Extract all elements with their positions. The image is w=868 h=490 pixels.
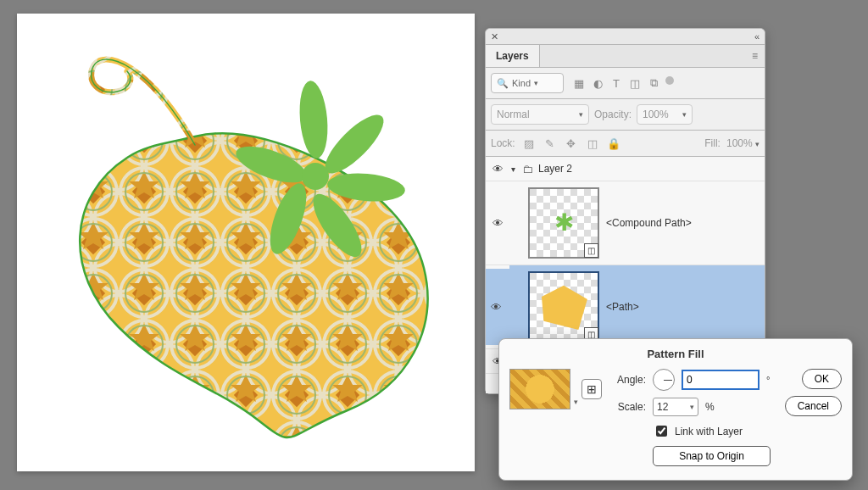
- chevron-down-icon: ▾: [690, 403, 694, 411]
- link-with-layer-checkbox[interactable]: [656, 426, 667, 437]
- swatch-dropdown-icon[interactable]: ▾: [574, 369, 578, 406]
- lock-brush-icon[interactable]: ✎: [542, 136, 558, 151]
- layer-item-row: 👁 ✱ ◫ <Compound Path>: [486, 181, 765, 265]
- angle-label: Angle:: [610, 374, 646, 386]
- scale-unit: %: [705, 401, 715, 413]
- opacity-label: Opacity:: [594, 109, 632, 120]
- layer-thumbnail: ✱ ◫: [528, 187, 599, 259]
- angle-row: Angle: °: [610, 369, 771, 391]
- layer-group-name: Layer 2: [538, 163, 572, 175]
- shape-filter-icon[interactable]: ◫: [628, 76, 642, 90]
- panel-collapse-icon[interactable]: «: [754, 31, 760, 42]
- scale-label: Scale:: [610, 401, 646, 413]
- visibility-icon[interactable]: 👁: [486, 217, 509, 230]
- lock-label: Lock:: [491, 137, 515, 149]
- chevron-down-icon: ▾: [579, 110, 583, 119]
- link-row: Link with Layer: [653, 423, 771, 439]
- layer-name: <Compound Path>: [606, 217, 692, 229]
- opacity-input[interactable]: 100% ▾: [637, 104, 693, 125]
- lock-all-icon[interactable]: 🔒: [606, 136, 621, 151]
- layer-thumbnail: ◫: [528, 271, 599, 342]
- dialog-title: Pattern Fill: [509, 348, 842, 360]
- thumb-flower-icon: ✱: [554, 211, 574, 235]
- visibility-icon[interactable]: 👁: [491, 163, 504, 175]
- create-new-preset-button[interactable]: ⊞: [581, 379, 602, 399]
- layer-item-row: 👁 ◫ <Path>: [486, 265, 765, 349]
- visibility-icon[interactable]: 👁: [486, 269, 509, 345]
- tab-layers[interactable]: Layers: [486, 45, 540, 67]
- scale-input[interactable]: 12 ▾: [653, 398, 698, 416]
- blend-row: Normal ▾ Opacity: 100% ▾: [486, 99, 765, 131]
- tendril-path: [92, 59, 195, 145]
- scale-value: 12: [657, 401, 668, 413]
- lock-row: Lock: ▨ ✎ ✥ ◫ 🔒 Fill: 100% ▾: [486, 131, 765, 157]
- layer-item[interactable]: ◫ <Path>: [509, 265, 765, 348]
- svg-point-15: [302, 163, 329, 190]
- artboard-filter-icon[interactable]: [665, 76, 674, 85]
- search-icon: 🔍: [497, 78, 509, 89]
- layer-name: <Path>: [606, 301, 639, 313]
- angle-input[interactable]: [682, 370, 760, 390]
- pattern-swatch-column: ▾ ⊞: [509, 369, 602, 466]
- pattern-swatch[interactable]: [509, 369, 570, 409]
- panel-titlebar: ✕ «: [486, 29, 765, 45]
- blend-mode-value: Normal: [497, 109, 530, 120]
- layer-item[interactable]: ✱ ◫ <Compound Path>: [509, 181, 765, 264]
- fill-input[interactable]: 100% ▾: [726, 137, 760, 149]
- layer-filter-row: 🔍 Kind ▾ ▦ ◐ T ◫ ⧉: [486, 68, 765, 99]
- svg-point-10: [317, 107, 392, 181]
- cancel-button[interactable]: Cancel: [785, 396, 842, 416]
- degree-symbol: °: [766, 375, 770, 385]
- vector-mask-badge-icon: ◫: [584, 243, 598, 258]
- folder-icon: 🗀: [522, 163, 533, 175]
- pattern-fields: Angle: ° Scale: 12 ▾ % Link with Layer S…: [610, 369, 771, 466]
- thumb-leaf-icon: [537, 281, 590, 332]
- caret-down-icon[interactable]: ▾: [511, 164, 515, 174]
- blend-mode-select[interactable]: Normal ▾: [491, 104, 589, 125]
- scale-row: Scale: 12 ▾ %: [610, 398, 771, 416]
- lock-artboard-icon[interactable]: ◫: [585, 136, 600, 151]
- fill-value: 100%: [726, 137, 753, 149]
- filter-kind-select[interactable]: 🔍 Kind ▾: [491, 73, 564, 93]
- filter-type-icons: ▦ ◐ T ◫ ⧉: [572, 76, 674, 90]
- lock-pixels-icon[interactable]: ▨: [521, 136, 537, 151]
- text-filter-icon[interactable]: T: [609, 76, 623, 90]
- chevron-down-icon: ▾: [534, 79, 538, 87]
- layer-group-row[interactable]: 👁 ▾ 🗀 Layer 2: [486, 157, 765, 181]
- snap-to-origin-button[interactable]: Snap to Origin: [653, 446, 771, 466]
- lock-move-icon[interactable]: ✥: [564, 136, 579, 151]
- image-filter-icon[interactable]: ▦: [572, 76, 586, 90]
- dialog-button-column: OK Cancel: [779, 369, 842, 466]
- adjust-filter-icon[interactable]: ◐: [591, 76, 604, 90]
- filter-kind-label: Kind: [512, 78, 531, 88]
- chevron-down-icon: ▾: [682, 110, 687, 119]
- svg-point-9: [297, 80, 331, 159]
- pattern-fill-dialog: Pattern Fill ▾ ⊞ Angle: ° Scale: 12 ▾ %: [498, 338, 853, 481]
- smart-filter-icon[interactable]: ⧉: [647, 76, 660, 90]
- link-with-layer-label: Link with Layer: [675, 426, 743, 437]
- panel-menu-icon[interactable]: ≡: [745, 47, 765, 65]
- ok-button[interactable]: OK: [802, 369, 842, 389]
- opacity-value: 100%: [643, 109, 669, 120]
- artwork-svg: [17, 14, 475, 471]
- panel-close-icon[interactable]: ✕: [491, 32, 499, 41]
- fill-label: Fill:: [704, 137, 721, 149]
- canvas-artboard: [17, 14, 475, 471]
- tendril-outline: [92, 59, 195, 145]
- chevron-down-icon: ▾: [755, 140, 760, 148]
- angle-dial[interactable]: [653, 369, 675, 391]
- panel-tabs: Layers ≡: [486, 45, 765, 68]
